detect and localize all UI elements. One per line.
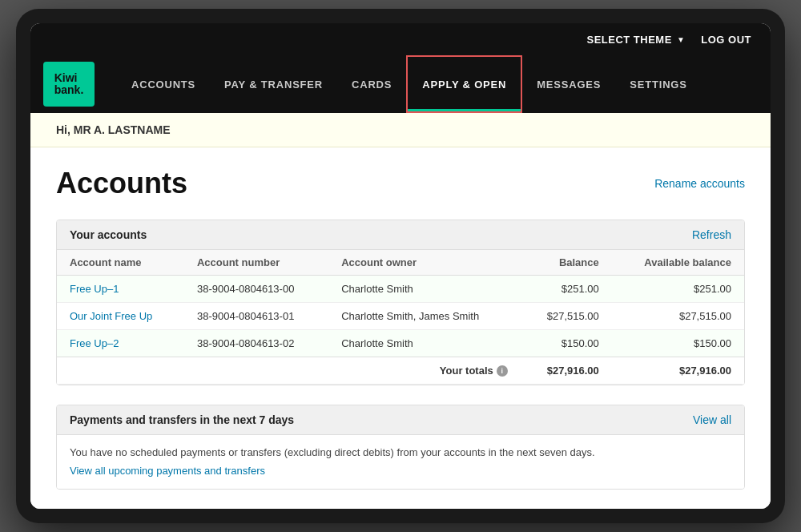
main-content: Accounts Rename accounts Your accounts R… bbox=[30, 147, 771, 509]
tablet-frame: SELECT THEME ▼ LOG OUT Kiwi bank. ACCOUN… bbox=[16, 9, 785, 523]
account-owner-cell: Charlotte Smith bbox=[328, 276, 521, 303]
account-owner-cell: Charlotte Smith bbox=[328, 330, 521, 357]
col-header-available-balance: Available balance bbox=[612, 250, 744, 276]
totals-label-text: Your totals bbox=[440, 365, 493, 377]
table-row: Free Up–2 38-9004-0804613-02 Charlotte S… bbox=[57, 330, 744, 357]
greeting-bar: Hi, MR A. LASTNAME bbox=[30, 113, 771, 147]
rename-accounts-link[interactable]: Rename accounts bbox=[654, 177, 745, 190]
accounts-section-title: Your accounts bbox=[70, 228, 147, 241]
nav-item-pay-transfer[interactable]: PAY & TRANSFER bbox=[210, 55, 337, 113]
payments-section-header: Payments and transfers in the next 7 day… bbox=[57, 405, 744, 435]
account-number-cell: 38-9004-0804613-02 bbox=[184, 330, 328, 357]
col-header-account-name: Account name bbox=[57, 250, 184, 276]
totals-row: Your totals i $27,916.00 $27,916.00 bbox=[57, 357, 744, 385]
chevron-down-icon: ▼ bbox=[677, 35, 685, 44]
select-theme-button[interactable]: SELECT THEME ▼ bbox=[586, 34, 685, 46]
screen: SELECT THEME ▼ LOG OUT Kiwi bank. ACCOUN… bbox=[30, 23, 771, 509]
select-theme-label: SELECT THEME bbox=[586, 34, 671, 46]
page-header: Accounts Rename accounts bbox=[56, 167, 745, 200]
balance-cell: $251.00 bbox=[521, 276, 612, 303]
balance-cell: $150.00 bbox=[521, 330, 612, 357]
nav-item-cards[interactable]: CARDS bbox=[337, 55, 406, 113]
col-header-balance: Balance bbox=[521, 250, 612, 276]
table-row: Free Up–1 38-9004-0804613-00 Charlotte S… bbox=[57, 276, 744, 303]
view-all-link[interactable]: View all bbox=[693, 413, 731, 426]
payments-section-title: Payments and transfers in the next 7 day… bbox=[70, 413, 294, 426]
available-balance-cell: $251.00 bbox=[612, 276, 744, 303]
account-number-cell: 38-9004-0804613-01 bbox=[184, 303, 328, 330]
col-header-account-owner: Account owner bbox=[328, 250, 521, 276]
accounts-section-header: Your accounts Refresh bbox=[57, 220, 744, 250]
accounts-table-header-row: Account name Account number Account owne… bbox=[57, 250, 744, 276]
accounts-section: Your accounts Refresh Account name Accou… bbox=[56, 220, 745, 385]
available-balance-cell: $27,515.00 bbox=[612, 303, 744, 330]
payments-description: You have no scheduled payments or transf… bbox=[70, 446, 731, 458]
account-link-3[interactable]: Free Up–2 bbox=[70, 337, 119, 349]
nav-bar: Kiwi bank. ACCOUNTS PAY & TRANSFER CARDS… bbox=[30, 55, 771, 113]
col-header-account-number: Account number bbox=[184, 250, 328, 276]
content-area: Hi, MR A. LASTNAME Accounts Rename accou… bbox=[30, 113, 771, 509]
logo-box: Kiwi bank. bbox=[43, 62, 95, 107]
logo-container: Kiwi bank. bbox=[43, 62, 95, 107]
account-link-1[interactable]: Free Up–1 bbox=[70, 283, 119, 295]
nav-item-apply-open[interactable]: APPLY & OPEN bbox=[406, 55, 522, 113]
nav-item-messages[interactable]: MESSAGES bbox=[522, 55, 615, 113]
nav-item-settings[interactable]: SETTINGS bbox=[615, 55, 701, 113]
account-owner-cell: Charlotte Smith, James Smith bbox=[328, 303, 521, 330]
info-icon[interactable]: i bbox=[497, 365, 508, 377]
payments-section: Payments and transfers in the next 7 day… bbox=[56, 405, 745, 490]
totals-label-cell: Your totals i bbox=[57, 357, 521, 385]
account-number-cell: 38-9004-0804613-00 bbox=[184, 276, 328, 303]
account-name-cell: Our Joint Free Up bbox=[57, 303, 184, 330]
total-balance-cell: $27,916.00 bbox=[521, 357, 612, 385]
nav-links: ACCOUNTS PAY & TRANSFER CARDS APPLY & OP… bbox=[117, 55, 771, 113]
payments-content: You have no scheduled payments or transf… bbox=[57, 435, 744, 489]
top-bar: SELECT THEME ▼ LOG OUT bbox=[30, 23, 771, 55]
logout-button[interactable]: LOG OUT bbox=[701, 34, 751, 46]
account-name-cell: Free Up–1 bbox=[57, 276, 184, 303]
account-link-2[interactable]: Our Joint Free Up bbox=[70, 310, 152, 322]
view-upcoming-link[interactable]: View all upcoming payments and transfers bbox=[70, 465, 265, 477]
account-name-cell: Free Up–2 bbox=[57, 330, 184, 357]
logout-label: LOG OUT bbox=[701, 34, 751, 46]
greeting-text: Hi, MR A. LASTNAME bbox=[56, 123, 171, 136]
accounts-table-body: Free Up–1 38-9004-0804613-00 Charlotte S… bbox=[57, 276, 744, 385]
page-title: Accounts bbox=[56, 167, 187, 200]
table-row: Our Joint Free Up 38-9004-0804613-01 Cha… bbox=[57, 303, 744, 330]
nav-item-accounts[interactable]: ACCOUNTS bbox=[117, 55, 210, 113]
accounts-table: Account name Account number Account owne… bbox=[57, 250, 744, 385]
available-balance-cell: $150.00 bbox=[612, 330, 744, 357]
logo-text: Kiwi bank. bbox=[54, 72, 84, 97]
refresh-link[interactable]: Refresh bbox=[692, 228, 731, 241]
total-available-cell: $27,916.00 bbox=[612, 357, 744, 385]
balance-cell: $27,515.00 bbox=[521, 303, 612, 330]
